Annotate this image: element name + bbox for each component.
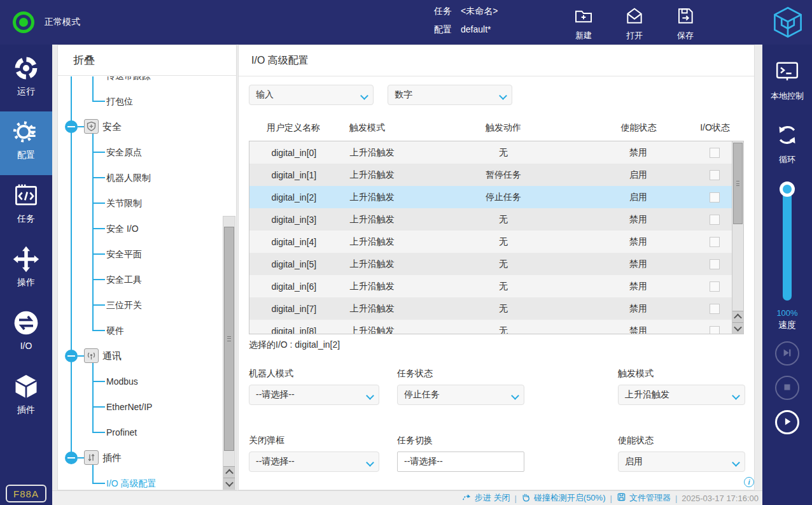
step-forward-button[interactable] — [775, 341, 799, 366]
tree-item[interactable]: 传送带跟踪 — [58, 76, 236, 89]
collapse-toggle-icon[interactable] — [65, 350, 78, 362]
io-state-checkbox[interactable] — [710, 304, 720, 314]
tree-item[interactable]: I/O 高级配置 — [58, 471, 236, 490]
speed-slider-handle[interactable] — [780, 181, 795, 197]
cell-trigger-action: 无 — [427, 303, 579, 315]
sidebar-item-move[interactable]: 操作 — [0, 239, 52, 302]
cell-trigger-action: 暂停任务 — [427, 169, 579, 181]
tree-item[interactable]: 打包位 — [58, 89, 236, 114]
sidebar-item-config[interactable]: 配置 — [0, 111, 52, 175]
tree-item[interactable]: Profinet — [58, 420, 236, 445]
io-state-checkbox[interactable] — [710, 281, 720, 292]
collapse-toggle-icon[interactable] — [65, 452, 78, 464]
tree-scrollbar[interactable] — [223, 216, 235, 490]
table-row[interactable]: digital_in[4]上升沿触发无禁用 — [249, 231, 732, 253]
table-row[interactable]: digital_in[0]上升沿触发无禁用 — [249, 141, 732, 164]
terminal-icon — [774, 59, 800, 86]
sidebar-item-task[interactable]: 任务 — [0, 175, 52, 239]
trigger-mode-select[interactable]: 上升沿触发 — [618, 385, 745, 405]
collision-detect-status[interactable]: 碰撞检测开启(50%) — [521, 492, 606, 504]
tree-scroll-up-button[interactable] — [223, 466, 235, 478]
column-header: I/O状态 — [697, 122, 732, 134]
task-switch-input[interactable]: --请选择-- — [397, 452, 524, 472]
task-state-field: 任务状态停止任务 — [397, 368, 524, 405]
robot-mode-select[interactable]: --请选择-- — [249, 385, 379, 405]
enable-state-select[interactable]: 启用 — [618, 452, 745, 472]
fkey-badge[interactable]: F88A — [6, 485, 46, 502]
io-state-checkbox[interactable] — [710, 170, 720, 180]
plugin-icon — [12, 373, 40, 401]
tree-item[interactable]: 关节限制 — [58, 190, 236, 216]
speed-slider-track[interactable] — [783, 183, 792, 301]
io-state-checkbox[interactable] — [710, 192, 720, 203]
table-scroll-up-button[interactable] — [732, 311, 743, 322]
cell-enable-state: 禁用 — [580, 236, 697, 248]
cell-user-name: digital_in[4] — [249, 237, 339, 247]
task-value: <未命名> — [461, 6, 498, 17]
table-scrollbar-thumb[interactable] — [733, 143, 743, 224]
file-manager-link[interactable]: 文件管理器 — [617, 492, 671, 504]
io-signal-type-select[interactable]: 数字 — [388, 85, 512, 105]
column-header: 触发动作 — [427, 122, 580, 134]
table-row[interactable]: digital_in[2]上升沿触发停止任务启用 — [249, 186, 732, 208]
new-button[interactable]: 新建 — [566, 6, 601, 41]
tree-node[interactable]: 插件 — [58, 445, 236, 471]
table-row[interactable]: digital_in[8]上升沿触发无禁用 — [249, 320, 732, 334]
tree-item[interactable]: 安全 I/O — [58, 216, 236, 241]
table-row[interactable]: digital_in[5]上升沿触发无禁用 — [249, 253, 732, 275]
loop-button[interactable]: 循环 — [762, 122, 812, 166]
tree-item[interactable]: EtherNet/IP — [58, 394, 236, 420]
io-state-checkbox[interactable] — [710, 215, 720, 225]
field-label: 使能状态 — [618, 435, 745, 446]
tree-node[interactable]: 通讯 — [58, 343, 236, 369]
io-state-checkbox[interactable] — [710, 148, 720, 158]
table-scroll-down-button[interactable] — [732, 322, 743, 334]
sidebar-item-run[interactable]: 运行 — [0, 48, 52, 111]
tree-item[interactable]: 安全工具 — [58, 267, 236, 292]
io-state-checkbox[interactable] — [710, 259, 720, 269]
table-row[interactable]: digital_in[1]上升沿触发暂停任务启用 — [249, 164, 732, 186]
table-row[interactable]: digital_in[3]上升沿触发无禁用 — [249, 208, 732, 231]
loop-icon — [774, 122, 800, 150]
play-button[interactable] — [775, 410, 799, 434]
open-button[interactable]: 打开 — [617, 6, 652, 41]
open-file-icon — [624, 6, 645, 28]
local-control-button[interactable]: 本地控制 — [762, 59, 812, 102]
table-scrollbar[interactable] — [732, 141, 743, 334]
sidebar-item-plugin[interactable]: 插件 — [0, 366, 52, 430]
step-icon — [462, 492, 472, 504]
task-state-select[interactable]: 停止任务 — [397, 385, 524, 405]
table-row[interactable]: digital_in[6]上升沿触发无禁用 — [249, 275, 732, 297]
tree-collapse-header[interactable]: 折叠 — [58, 45, 236, 76]
config-icon — [12, 118, 40, 146]
tree-item[interactable]: Modbus — [58, 369, 236, 394]
close-popup-select[interactable]: --请选择-- — [249, 452, 379, 472]
io-state-checkbox[interactable] — [710, 237, 720, 247]
sidebar-item-io[interactable]: I/O — [0, 302, 52, 366]
tree-node[interactable]: 安全 — [58, 114, 236, 139]
collapse-toggle-icon[interactable] — [65, 120, 78, 133]
cell-enable-state: 禁用 — [580, 281, 697, 292]
io-direction-select[interactable]: 输入 — [249, 85, 374, 105]
tree-scrollbar-thumb[interactable] — [224, 227, 234, 451]
tree-item[interactable]: 安全平面 — [58, 241, 236, 267]
sliders-icon — [84, 450, 99, 465]
tree-item[interactable]: 机器人限制 — [58, 165, 236, 190]
info-icon[interactable]: i — [744, 477, 754, 487]
cell-trigger-action: 无 — [427, 325, 579, 335]
tree-item[interactable]: 三位开关 — [58, 292, 236, 318]
cell-trigger-mode: 上升沿触发 — [339, 303, 428, 315]
io-state-checkbox[interactable] — [710, 326, 720, 335]
cell-enable-state: 禁用 — [580, 147, 697, 159]
table-row[interactable]: digital_in[7]上升沿触发无禁用 — [249, 297, 732, 320]
speed-value: 100% — [762, 308, 812, 318]
stop-button[interactable] — [775, 376, 799, 400]
tree-scroll-down-button[interactable] — [223, 478, 235, 489]
save-button[interactable]: 保存 — [668, 6, 703, 41]
close-popup-field: 关闭弹框--请选择-- — [249, 435, 379, 472]
step-mode-status[interactable]: 步进 关闭 — [462, 492, 510, 504]
tree-item[interactable]: 硬件 — [58, 318, 236, 343]
field-label: 触发模式 — [618, 368, 745, 380]
task-config-info: 任务 <未命名> 配置 default* — [434, 6, 498, 36]
tree-item[interactable]: 安全原点 — [58, 139, 236, 165]
